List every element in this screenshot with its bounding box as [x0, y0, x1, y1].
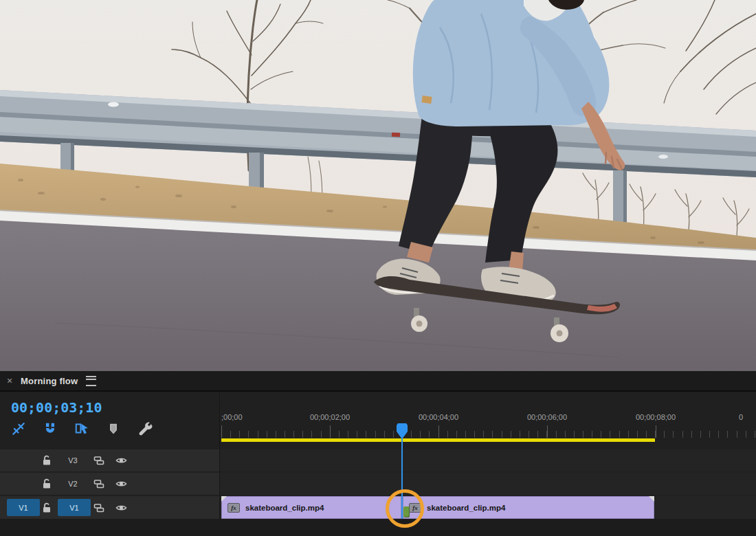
track-lock-button[interactable] [40, 473, 54, 495]
sync-lock-icon [93, 502, 105, 514]
track-label: V2 [63, 473, 82, 495]
sync-lock-button[interactable] [92, 496, 106, 519]
track-lock-button[interactable] [40, 496, 54, 519]
rail-reflector [108, 102, 119, 107]
snap-button[interactable] [41, 421, 59, 437]
toggle-nest-icon [11, 421, 26, 436]
ruler-major-tick [330, 425, 331, 438]
sync-lock-button[interactable] [92, 473, 106, 495]
skater-jacket [413, 0, 610, 126]
panel-tab-title[interactable]: Morning flow [21, 376, 78, 386]
toggle-nest-button[interactable] [10, 421, 27, 437]
snap-magnet-icon [43, 421, 58, 436]
wrench-icon [137, 421, 153, 436]
track-target-v1[interactable]: V1 [58, 499, 91, 516]
track-label: V3 [63, 449, 82, 471]
clip-out-point-notch [649, 496, 654, 502]
timeline-panel: × Morning flow 00;00;03;10 [0, 371, 756, 536]
ruler-label: ;00;00 [221, 413, 243, 421]
ruler-major-tick [656, 425, 656, 438]
add-marker-button[interactable] [104, 421, 122, 437]
ruler-major-tick [438, 425, 439, 438]
panel-tab-bar: × Morning flow [0, 371, 756, 392]
sync-lock-icon [93, 478, 105, 490]
timeline-bottom-area [0, 519, 756, 536]
timeline-display-settings-button[interactable] [136, 421, 154, 437]
eye-icon [115, 502, 128, 514]
track-lane-v2[interactable] [220, 473, 756, 495]
ruler-major-tick [221, 425, 222, 438]
lock-open-icon [41, 454, 53, 467]
track-lane-v3[interactable] [220, 449, 756, 471]
fx-badge: fx [227, 503, 240, 513]
playhead-timecode[interactable]: 00;00;03;10 [11, 399, 102, 416]
ruler-label: 00;00;06;00 [527, 413, 567, 421]
ruler-label: 00;00;02;00 [310, 413, 350, 421]
eye-icon [115, 478, 128, 490]
track-header-v3: V3 [0, 449, 219, 471]
rail-reflector-red [392, 133, 400, 137]
ruler-label: 00;00;08;00 [636, 413, 676, 421]
rail-reflector [658, 155, 668, 159]
ruler-major-tick [547, 425, 548, 438]
ruler-ticks [221, 431, 756, 438]
track-output-button[interactable] [114, 473, 128, 495]
track-header-v1: V1 V1 [0, 496, 219, 519]
lock-open-icon [41, 502, 53, 514]
video-frame [0, 0, 756, 371]
track-lock-button[interactable] [40, 449, 54, 471]
panel-menu-icon[interactable] [86, 376, 96, 386]
timeline-toolbar [10, 420, 154, 438]
sync-lock-button[interactable] [92, 449, 106, 471]
lock-open-icon [41, 478, 53, 490]
clip-in-point-notch [221, 496, 227, 502]
source-patch-v1[interactable]: V1 [7, 499, 40, 516]
annotation-circle [386, 489, 424, 528]
eye-icon [115, 454, 128, 467]
timeline-clip[interactable]: fx skateboard_clip.mp4 [403, 496, 654, 519]
video-editor-window: × Morning flow 00;00;03;10 [0, 0, 756, 536]
render-bar [221, 438, 655, 442]
track-output-button[interactable] [114, 449, 128, 471]
timeline-clip[interactable]: fx skateboard_clip.mp4 [221, 496, 401, 519]
clip-name: skateboard_clip.mp4 [245, 504, 324, 512]
track-output-button[interactable] [114, 496, 128, 519]
clip-name: skateboard_clip.mp4 [427, 504, 505, 512]
linked-selection-button[interactable] [73, 421, 91, 437]
track-lane-v1[interactable]: fx skateboard_clip.mp4 fx skateboard_cli… [220, 496, 756, 519]
add-marker-icon [106, 421, 121, 436]
ruler-label: 0 [739, 413, 743, 421]
track-header-v2: V2 [0, 473, 219, 495]
jacket-patch [421, 96, 432, 104]
linked-selection-icon [74, 421, 89, 436]
ruler-label: 00;00;04;00 [419, 413, 458, 421]
program-monitor [0, 0, 756, 371]
panel-close-button[interactable]: × [4, 375, 15, 386]
timeline-ruler[interactable]: ;00;00 00;00;02;00 00;00;04;00 00;00;06;… [220, 392, 756, 445]
sync-lock-icon [93, 454, 105, 467]
